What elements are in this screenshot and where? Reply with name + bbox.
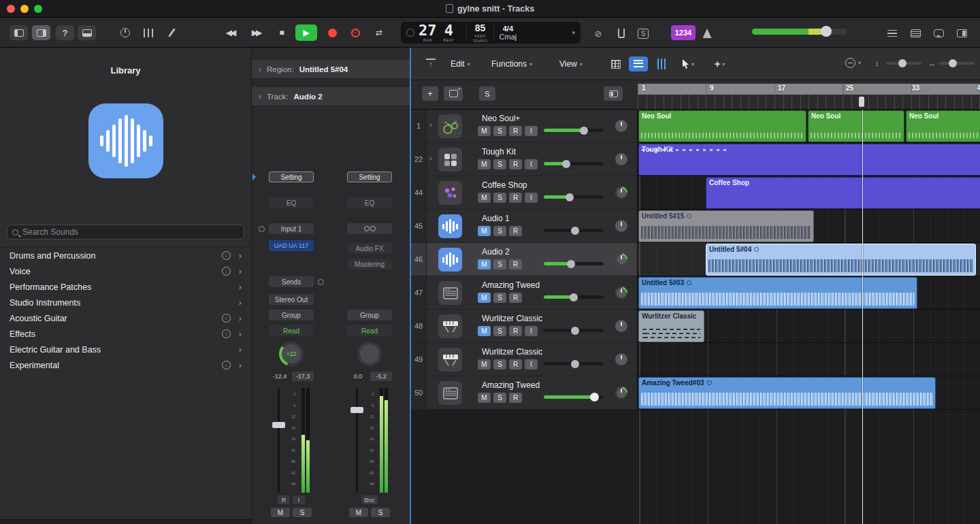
solo-button[interactable]: S (493, 359, 506, 370)
rows-view-button[interactable] (629, 56, 648, 71)
lcd-signature-cell[interactable]: 4/4 Cmaj (500, 24, 517, 41)
mute-button[interactable]: M (478, 259, 491, 269)
lcd-tempo-cell[interactable]: 85 KEEP TEMPO (472, 22, 487, 43)
record-enable-button[interactable]: R (509, 393, 522, 403)
mastering-slot[interactable]: Mastering (347, 259, 392, 269)
library-toggle-button[interactable] (10, 25, 28, 40)
zoom-thumb[interactable] (898, 59, 906, 67)
mute-button[interactable]: M (349, 508, 368, 517)
volume-value[interactable]: -12,4 (269, 372, 291, 381)
peak-value[interactable]: -5,2 (370, 372, 392, 381)
region-wurlitzer-classic[interactable]: Wurlitzer Classic (638, 310, 704, 342)
eq-slot[interactable]: EQ (347, 197, 392, 208)
track-icon-drum-kit[interactable] (438, 114, 462, 138)
volume-slider[interactable] (544, 229, 604, 232)
search-field[interactable] (7, 225, 244, 240)
volume-knob[interactable] (590, 393, 599, 402)
volume-slider[interactable] (544, 162, 604, 165)
note-pads-button[interactable] (906, 27, 924, 40)
input-monitor-button[interactable]: I (525, 159, 538, 169)
record-enable-button[interactable]: R (509, 226, 522, 236)
channel-fader[interactable]: 3 6 12 18 24 30 36 42 48 (347, 387, 392, 494)
volume-thumb[interactable] (821, 26, 832, 37)
play-button[interactable]: ▶ (295, 24, 317, 41)
track-row-amazing-tweed-2[interactable]: 50 Amazing Tweed M S R (411, 376, 637, 410)
pan-knob[interactable] (615, 186, 627, 199)
pan-knob[interactable] (615, 387, 627, 399)
region-untitled-5-03[interactable]: Untitled 5#03 (638, 277, 917, 309)
channel-setting-button[interactable]: Setting (347, 171, 392, 182)
track-icon-electric-piano[interactable] (438, 348, 462, 372)
record-enable-button[interactable]: R (509, 359, 522, 370)
plugin-slot[interactable]: UAD UA 117 (269, 240, 314, 251)
capture-recording-button[interactable] (344, 24, 366, 41)
output-slot[interactable]: Stereo Out (269, 294, 314, 305)
volume-slider[interactable] (544, 129, 604, 132)
volume-knob[interactable] (571, 327, 579, 335)
download-icon[interactable]: ↓ (222, 267, 231, 276)
track-row-wurlitzer-2[interactable]: 49 Wurlitzer Classic M S R I (411, 343, 637, 376)
pan-knob[interactable] (615, 353, 627, 365)
track-icon-audio-waveform[interactable] (438, 214, 462, 238)
volume-slider[interactable] (544, 262, 604, 265)
input-monitor-button[interactable]: I (525, 326, 538, 336)
catch-playhead-button[interactable]: ↑ (426, 59, 436, 68)
playhead[interactable] (862, 110, 863, 524)
volume-slider[interactable] (544, 395, 604, 399)
library-item-electric-guitar-and-bass[interactable]: Electric Guitar and Bass› (0, 342, 251, 357)
count-in-button[interactable]: 1234 (671, 25, 696, 40)
vertical-zoom-slider[interactable] (886, 62, 921, 65)
region-untitled-5-04-selected[interactable]: Untitled 5#04 (706, 244, 976, 276)
minimize-button[interactable] (20, 5, 29, 13)
master-solo-button[interactable]: S (634, 27, 652, 40)
volume-knob[interactable] (566, 193, 574, 201)
region-neo-soul-2[interactable]: Neo Soul (808, 110, 904, 142)
record-enable-button[interactable]: R (509, 126, 522, 136)
edit-menu[interactable]: Edit▾ (451, 59, 470, 69)
download-icon[interactable]: ↓ (222, 251, 231, 260)
send-knob-icon[interactable] (318, 279, 324, 285)
solo-button[interactable]: S (493, 293, 506, 303)
pan-knob[interactable] (357, 342, 382, 366)
editors-button[interactable] (163, 27, 180, 39)
horizontal-zoom-slider[interactable] (939, 62, 975, 65)
close-button[interactable] (7, 5, 15, 13)
solo-button[interactable]: S (493, 126, 506, 136)
track-row-audio-1[interactable]: 45 Audio 1 M S R (411, 210, 637, 243)
fader-cap[interactable] (272, 422, 285, 428)
group-slot[interactable]: Group (347, 310, 392, 321)
volume-slider[interactable] (544, 329, 604, 332)
tuner-button[interactable] (612, 27, 630, 40)
input-monitor-button[interactable]: I (525, 126, 538, 136)
lcd-bar-cell[interactable]: 27 BAR (419, 24, 437, 42)
sends-slot[interactable]: Sends (269, 276, 314, 287)
track-row-coffee-shop[interactable]: 44 Coffee Shop M S R I (411, 176, 637, 210)
pan-knob[interactable] (615, 320, 627, 332)
zoom-thumb[interactable] (949, 59, 957, 67)
browsers-button[interactable] (953, 27, 970, 40)
library-item-voice[interactable]: Voice↓› (0, 263, 251, 279)
channel-setting-button[interactable]: Setting (269, 171, 314, 182)
channel-fader[interactable]: 3 6 12 18 24 30 36 42 48 (269, 387, 314, 494)
track-name[interactable]: Amazing Tweed (482, 280, 540, 290)
mute-button[interactable]: M (478, 293, 491, 303)
track-name[interactable]: Audio 2 (482, 247, 510, 257)
bounce-button[interactable]: Bnc (361, 495, 378, 504)
track-row-neo-soul[interactable]: 1 › Neo Soul+ M S R I (411, 110, 637, 143)
flex-button[interactable] (656, 59, 667, 69)
forward-button[interactable]: ▶▶ (245, 24, 267, 41)
solo-button[interactable]: S (493, 226, 506, 236)
lcd-chevron-icon[interactable]: ▾ (572, 29, 575, 36)
track-icon-drum-machine[interactable] (438, 148, 462, 171)
zoom-button[interactable] (34, 5, 42, 13)
fader-cap[interactable] (350, 407, 363, 413)
command-click-tool-menu[interactable]: + ▾ (715, 57, 725, 71)
solo-button[interactable]: S (493, 159, 506, 169)
track-name[interactable]: Wurlitzer Classic (482, 314, 542, 323)
volume-value[interactable]: 0,0 (347, 372, 369, 381)
master-solo-tracks-button[interactable]: S (479, 86, 495, 101)
record-enable-button[interactable]: R (509, 259, 522, 269)
region-untitled-5-15[interactable]: Untitled 5#15 (638, 210, 814, 242)
functions-menu[interactable]: Functions▾ (491, 59, 532, 69)
disclosure-chevron-icon[interactable]: › (429, 154, 432, 162)
